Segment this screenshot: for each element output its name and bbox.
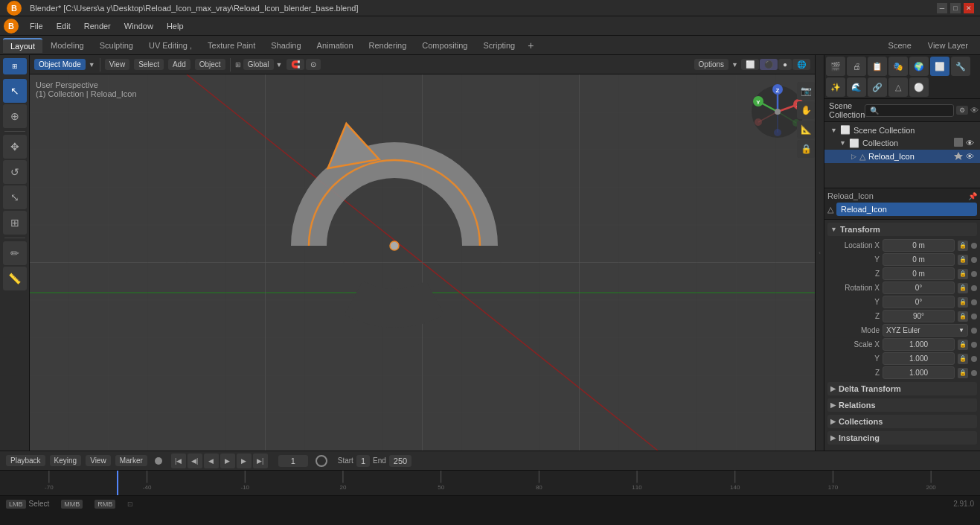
tab-animation[interactable]: Animation [310, 39, 361, 52]
end-frame-input[interactable]: 250 [389, 455, 411, 467]
world-properties-tab[interactable]: 🌍 [909, 57, 929, 76]
rotation-y-lock[interactable]: 🔒 [958, 297, 968, 308]
jump-start-button[interactable]: |◀ [171, 454, 186, 468]
location-z-value[interactable]: 0 m [883, 267, 955, 280]
rotation-x-value[interactable]: 0° [883, 281, 955, 294]
tab-layout[interactable]: Layout [3, 38, 42, 53]
view-menu-button-timeline[interactable]: View [86, 455, 111, 466]
keyframe-indicator[interactable] [155, 457, 162, 465]
tab-rendering[interactable]: Rendering [362, 39, 414, 52]
scale-y-value[interactable]: 1.000 [883, 352, 955, 365]
window-controls[interactable]: ─ □ ✕ [937, 3, 974, 13]
constraints-properties-tab[interactable]: 🔗 [868, 77, 887, 97]
tab-scripting[interactable]: Scripting [475, 39, 522, 52]
tab-uv-editing[interactable]: UV Editing , [141, 39, 199, 52]
step-back-button[interactable]: ◀ [204, 454, 219, 468]
minimize-button[interactable]: ─ [937, 3, 947, 13]
delta-transform-header[interactable]: ▶ Delta Transform [827, 382, 977, 395]
data-properties-tab[interactable]: △ [888, 77, 908, 97]
tab-modeling[interactable]: Modeling [43, 39, 92, 52]
tab-shading[interactable]: Shading [263, 39, 308, 52]
close-button[interactable]: ✕ [964, 3, 974, 13]
object-name-field[interactable]: Reload_Icon [836, 203, 977, 216]
scene-selector[interactable]: Scene [883, 39, 917, 51]
play-button[interactable]: ▶ [220, 454, 235, 468]
view-menu-button[interactable]: View [105, 59, 130, 70]
viewport-3d[interactable]: Object Mode ▼ View Select Add Object ⊞ G… [30, 55, 815, 451]
panel-collapse-button[interactable]: ‹ [815, 55, 824, 451]
menu-help[interactable]: Help [161, 20, 190, 32]
scene-collection-item[interactable]: ▼ ⬜ Scene Collection [824, 124, 980, 136]
measure-tool[interactable]: 📏 [3, 267, 27, 290]
marker-menu-button[interactable]: Marker [115, 455, 147, 466]
playback-menu-button[interactable]: Playback [6, 455, 45, 466]
rotation-y-value[interactable]: 0° [883, 296, 955, 308]
rendered-button[interactable]: 🌐 [792, 59, 810, 70]
proportional-button[interactable]: ⊙ [306, 59, 321, 70]
particles-properties-tab[interactable]: ✨ [826, 77, 845, 97]
snap-button[interactable]: 🧲 [286, 59, 304, 70]
keying-menu-button[interactable]: Keying [50, 455, 82, 466]
move-tool[interactable]: ✥ [3, 135, 27, 159]
mode-dropdown-arrow[interactable]: ▼ [89, 61, 95, 69]
outliner-search[interactable]: 🔍 [865, 104, 954, 117]
rotate-tool[interactable]: ↺ [3, 160, 27, 184]
object-properties-tab[interactable]: ⬜ [930, 57, 949, 76]
select-menu-button[interactable]: Select [134, 59, 164, 70]
camera-move-icon[interactable]: ✋ [797, 101, 815, 119]
select-tool[interactable]: ↖ [3, 79, 27, 103]
scene-properties-tab[interactable]: 🎭 [888, 57, 908, 76]
outliner-eye-icon[interactable]: 👁 [970, 106, 979, 115]
tab-sculpting[interactable]: Sculpting [92, 39, 141, 52]
scale-tool[interactable]: ⤡ [3, 185, 27, 209]
scale-z-lock[interactable]: 🔒 [958, 368, 968, 378]
collection-visibility-icon[interactable] [954, 138, 963, 148]
solid-button[interactable]: ⚫ [760, 59, 778, 70]
collection-eye-icon[interactable]: 👁 [966, 139, 974, 147]
scale-y-lock[interactable]: 🔒 [958, 354, 968, 364]
jump-end-button[interactable]: ▶| [253, 454, 268, 468]
menu-window[interactable]: Window [118, 20, 159, 32]
reload-icon-eye[interactable]: 👁 [966, 152, 974, 161]
outliner-filter-button[interactable]: ⚙ [956, 106, 968, 115]
viewport-canvas[interactable]: User Perspective (1) Collection | Reload… [30, 74, 815, 451]
properties-pin-icon[interactable]: 📌 [968, 192, 977, 200]
menu-render[interactable]: Render [78, 20, 117, 32]
physics-properties-tab[interactable]: 🌊 [847, 77, 866, 97]
rotation-x-lock[interactable]: 🔒 [958, 283, 968, 293]
scale-x-value[interactable]: 1.000 [883, 338, 955, 351]
reload-icon-pin[interactable] [954, 151, 963, 162]
annotate-tool[interactable]: ✏ [3, 241, 27, 265]
location-y-lock[interactable]: 🔒 [958, 255, 968, 265]
add-menu-button[interactable]: Add [168, 59, 190, 70]
object-mode-dropdown[interactable]: Object Mode [34, 59, 86, 70]
orthographic-icon[interactable]: 📐 [797, 121, 815, 139]
viewport-gizmo[interactable]: X Y Z [748, 82, 807, 141]
object-menu-button[interactable]: Object [195, 59, 225, 70]
reload-icon-item[interactable]: ▷ △ Reload_Icon 👁 [824, 150, 980, 163]
location-x-lock[interactable]: 🔒 [958, 241, 968, 251]
location-x-value[interactable]: 0 m [883, 239, 955, 252]
menu-edit[interactable]: Edit [51, 20, 77, 32]
cursor-tool[interactable]: ⊕ [3, 104, 27, 128]
view-layer-selector[interactable]: View Layer [922, 39, 974, 51]
scale-x-lock[interactable]: 🔒 [958, 340, 968, 350]
jump-prev-keyframe-button[interactable]: ◀| [188, 454, 202, 468]
collection-item[interactable]: ▼ ⬜ Collection 👁 [824, 136, 980, 150]
wireframe-button[interactable]: ⬜ [741, 59, 759, 70]
tab-compositing[interactable]: Compositing [414, 39, 475, 52]
lock-icon[interactable]: 🔒 [797, 140, 815, 158]
transform-header[interactable]: ▼ Transform [827, 223, 977, 236]
transform-tool[interactable]: ⊞ [3, 211, 27, 235]
options-button[interactable]: Options [694, 59, 728, 70]
tab-texture-paint[interactable]: Texture Paint [200, 39, 263, 52]
location-z-lock[interactable]: 🔒 [958, 269, 968, 279]
modifier-properties-tab[interactable]: 🔧 [951, 57, 970, 76]
render-properties-tab[interactable]: 🎬 [826, 57, 845, 76]
transform-global-button[interactable]: Global [243, 59, 274, 70]
rotation-z-value[interactable]: 90° [883, 310, 955, 322]
start-frame-input[interactable]: 1 [356, 455, 370, 467]
menu-file[interactable]: File [24, 20, 49, 32]
rotation-mode-value[interactable]: XYZ Euler ▼ [883, 324, 968, 337]
step-forward-button[interactable]: ▶ [237, 454, 252, 468]
